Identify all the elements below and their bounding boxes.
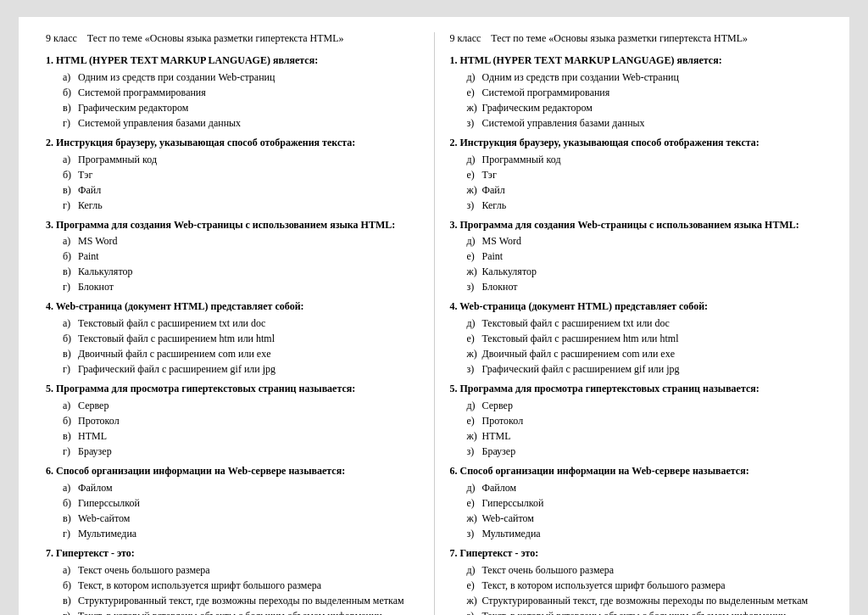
- list-item: д)Сервер: [467, 398, 823, 413]
- answer-text: Калькулятор: [78, 264, 419, 279]
- answer-list-4: д)Текстовый файл с расширением txt или d…: [450, 316, 823, 377]
- answer-label: д): [467, 480, 479, 495]
- answer-list-5: а)Серверб)Протоколв)HTMLг)Браузер: [46, 398, 419, 459]
- answer-label: г): [63, 444, 75, 459]
- answer-label: ж): [467, 511, 479, 526]
- question-block-5: 5. Программа для просмотра гипертекстовы…: [46, 382, 419, 459]
- list-item: б)Системой программирования: [63, 85, 419, 100]
- answer-text: Сервер: [78, 398, 419, 413]
- column-left: 9 классТест по теме «Основы языка размет…: [36, 32, 435, 615]
- answer-label: ж): [467, 100, 479, 115]
- answer-text: HTML: [482, 428, 823, 444]
- list-item: в)Графическим редактором: [63, 100, 419, 115]
- answer-list-6: д)Файломе)Гиперссылкойж)Web-сайтомз)Муль…: [450, 480, 823, 541]
- answer-text: Текст очень большого размера: [482, 562, 823, 578]
- answer-text: Системой программирования: [482, 85, 823, 100]
- answer-text: Файл: [482, 182, 823, 198]
- answer-text: Файлом: [482, 480, 823, 495]
- question-block-1: 1. HTML (HYPER TEXT MARKUP LANGUAGE) явл…: [46, 53, 419, 131]
- answer-text: Текстовый файл с расширением htm или htm…: [482, 331, 823, 346]
- list-item: д)Текстовый файл с расширением txt или d…: [467, 316, 823, 331]
- list-item: д)Одним из средств при создании Web-стра…: [467, 70, 823, 85]
- question-block-5: 5. Программа для просмотра гипертекстовы…: [450, 382, 823, 459]
- answer-list-1: а)Одним из средств при создании Web-стра…: [46, 70, 419, 131]
- answer-text: Графический файл с расширением gif или j…: [482, 361, 823, 377]
- answer-label: г): [63, 526, 75, 541]
- answer-list-5: д)Сервере)Протоколж)HTMLз)Браузер: [450, 398, 823, 459]
- answer-text: Системой управления базами данных: [78, 115, 419, 131]
- answer-text: Системой управления базами данных: [482, 115, 823, 131]
- list-item: з)Системой управления базами данных: [467, 115, 823, 131]
- list-item: з)Браузер: [467, 444, 823, 459]
- list-item: з)Блокнот: [467, 279, 823, 294]
- question-title-5: 5. Программа для просмотра гипертекстовы…: [450, 382, 823, 396]
- question-title-1: 1. HTML (HYPER TEXT MARKUP LANGUAGE) явл…: [450, 53, 823, 68]
- list-item: б)Paint: [63, 249, 419, 264]
- answer-text: Web-сайтом: [78, 511, 419, 526]
- question-title-2: 2. Инструкция браузеру, указывающая спос…: [450, 136, 823, 150]
- answer-label: д): [467, 70, 479, 85]
- list-item: з)Кегль: [467, 198, 823, 213]
- answer-label: в): [63, 428, 75, 444]
- answer-label: е): [467, 578, 479, 593]
- answer-text: Блокнот: [78, 279, 419, 294]
- answer-label: в): [63, 100, 75, 115]
- answer-text: Графическим редактором: [78, 100, 419, 115]
- list-item: в)Калькулятор: [63, 264, 419, 279]
- answer-label: з): [467, 361, 479, 377]
- question-block-1: 1. HTML (HYPER TEXT MARKUP LANGUAGE) явл…: [450, 53, 823, 131]
- list-item: в)Структурированный текст, где возможны …: [63, 593, 419, 608]
- answer-text: Файлом: [78, 480, 419, 495]
- answer-label: в): [63, 182, 75, 198]
- answer-text: Двоичный файл с расширением com или exe: [482, 346, 823, 361]
- answer-label: е): [467, 331, 479, 346]
- list-item: д)Программный код: [467, 152, 823, 167]
- answer-text: Графический файл с расширением gif или j…: [78, 361, 419, 377]
- answer-text: Мультимедиа: [482, 526, 823, 541]
- list-item: в)HTML: [63, 428, 419, 444]
- answer-text: Текст, в который вставлены объекты с бол…: [482, 608, 823, 615]
- answer-label: а): [63, 562, 75, 578]
- answer-label: б): [63, 85, 75, 100]
- list-item: е)Текст, в котором используется шрифт бо…: [467, 578, 823, 593]
- question-title-4: 4. Web-страница (документ HTML) представ…: [450, 299, 823, 314]
- answer-label: в): [63, 264, 75, 279]
- list-item: в)Двоичный файл с расширением com или ex…: [63, 346, 419, 361]
- answer-text: Файл: [78, 182, 419, 198]
- answer-label: д): [467, 152, 479, 167]
- answer-text: Web-сайтом: [482, 511, 823, 526]
- question-block-6: 6. Способ организации информации на Web-…: [450, 464, 823, 541]
- page-wrapper: 9 классТест по теме «Основы языка размет…: [19, 17, 849, 615]
- list-item: а)Одним из средств при создании Web-стра…: [63, 70, 419, 85]
- answer-label: е): [467, 85, 479, 100]
- list-item: а)MS Word: [63, 233, 419, 249]
- question-title-6: 6. Способ организации информации на Web-…: [46, 464, 419, 478]
- answer-label: з): [467, 526, 479, 541]
- answer-text: Системой программирования: [78, 85, 419, 100]
- list-item: ж)Файл: [467, 182, 823, 198]
- question-title-7: 7. Гипертекст - это:: [450, 546, 823, 561]
- answer-text: Одним из средств при создании Web-страни…: [78, 70, 419, 85]
- doc-title: Тест по теме «Основы языка разметки гипе…: [87, 32, 344, 45]
- answer-label: б): [63, 331, 75, 346]
- answer-text: Мультимедиа: [78, 526, 419, 541]
- list-item: д)Файлом: [467, 480, 823, 495]
- answer-label: б): [63, 495, 75, 511]
- list-item: а)Текст очень большого размера: [63, 562, 419, 578]
- answer-label: б): [63, 249, 75, 264]
- column-right: 9 классТест по теме «Основы языка размет…: [435, 32, 833, 615]
- list-item: г)Блокнот: [63, 279, 419, 294]
- question-block-3: 3. Программа для создания Web-страницы с…: [46, 218, 419, 295]
- answer-text: Графическим редактором: [482, 100, 823, 115]
- answer-label: д): [467, 233, 479, 249]
- question-title-5: 5. Программа для просмотра гипертекстовы…: [46, 382, 419, 396]
- list-item: е)Протокол: [467, 413, 823, 428]
- list-item: з)Графический файл с расширением gif или…: [467, 361, 823, 377]
- answer-label: а): [63, 398, 75, 413]
- list-item: з)Мультимедиа: [467, 526, 823, 541]
- list-item: в)Web-сайтом: [63, 511, 419, 526]
- grade-label: 9 класс: [450, 32, 481, 45]
- answer-text: Paint: [482, 249, 823, 264]
- list-item: г)Системой управления базами данных: [63, 115, 419, 131]
- answer-label: з): [467, 444, 479, 459]
